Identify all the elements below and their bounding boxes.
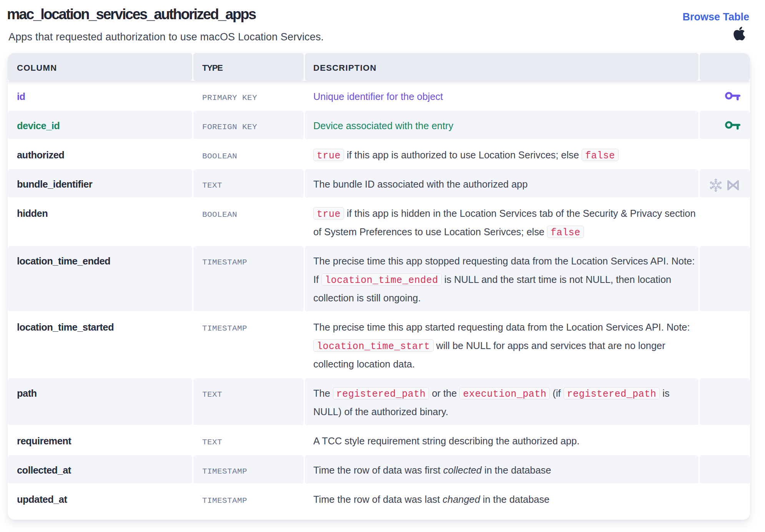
inline-code-chip: true <box>313 207 344 219</box>
cell-icons <box>700 455 750 484</box>
table-row-location_time_started: location_time_startedTIMESTAMPThe precis… <box>8 312 750 377</box>
cell-column-name: authorized <box>8 140 192 168</box>
cell-column-type: TIMESTAMP <box>193 484 304 513</box>
column-name: path <box>17 388 37 399</box>
column-name: location_time_started <box>17 322 114 332</box>
italic-text: collected <box>443 465 482 475</box>
cell-description: Unique identifier for the object <box>305 81 698 110</box>
cell-column-name: bundle_identifier <box>8 169 192 198</box>
snowflake-icon <box>710 178 722 192</box>
cell-column-name: updated_at <box>8 484 192 513</box>
inline-code-chip: registered_path <box>564 387 660 399</box>
inline-code-chip: location_time_ended <box>321 273 442 286</box>
column-name: collected_at <box>17 465 71 475</box>
inline-code-chip: registered_path <box>333 387 429 399</box>
table-row-hidden: hiddenBOOLEANtrue if this app is hidden … <box>8 198 750 245</box>
cell-column-type: TIMESTAMP <box>193 246 304 311</box>
column-type: BOOLEAN <box>202 152 237 161</box>
table-header-row: COLUMN TYPE DESCRIPTION <box>8 53 750 81</box>
column-type: TIMESTAMP <box>202 324 247 333</box>
column-name: id <box>17 91 25 102</box>
cell-icons <box>700 140 750 168</box>
column-name: requirement <box>17 436 71 446</box>
cell-description: true if this app is authorized to use Lo… <box>305 140 698 168</box>
column-type: TEXT <box>202 438 222 447</box>
inline-code-chip: true <box>313 149 344 161</box>
column-type: PRIMARY KEY <box>202 93 257 102</box>
bowtie-icon <box>727 180 739 190</box>
table-subtitle: Apps that requested authorization to use… <box>8 31 324 43</box>
column-name: updated_at <box>17 494 67 505</box>
key-icon <box>725 120 740 130</box>
table-row-path: pathTEXTThe registered_path or the execu… <box>8 378 750 425</box>
table-row-location_time_ended: location_time_endedTIMESTAMPThe precise … <box>8 246 750 311</box>
inline-code-chip: location_time_start <box>313 339 434 352</box>
cell-icons <box>700 169 750 198</box>
column-type: FOREIGN KEY <box>202 123 257 131</box>
cell-column-type: TEXT <box>193 426 304 454</box>
cell-description: true if this app is hidden in the Locati… <box>305 198 698 245</box>
cell-icons <box>700 246 750 311</box>
inline-code-chip: false <box>547 226 584 238</box>
column-name: authorized <box>17 150 64 160</box>
cell-column-type: TIMESTAMP <box>193 312 304 377</box>
table-row-device_id: device_idFOREIGN KEYDevice associated wi… <box>8 111 750 139</box>
column-name: hidden <box>17 208 48 219</box>
cell-column-name: location_time_started <box>8 312 192 377</box>
cell-description: The bundle ID associated with the author… <box>305 169 698 198</box>
cell-column-name: requirement <box>8 426 192 454</box>
table-row-id: idPRIMARY KEYUnique identifier for the o… <box>8 81 750 110</box>
column-name: location_time_ended <box>17 256 110 266</box>
browse-table-link[interactable]: Browse Table <box>682 12 749 22</box>
schema-table: COLUMN TYPE DESCRIPTION idPRIMARY KEYUni… <box>8 53 750 520</box>
cell-column-type: TEXT <box>193 169 304 198</box>
cell-description: Time the row of data was last changed in… <box>305 484 698 513</box>
cell-column-name: hidden <box>8 198 192 245</box>
table-row-updated_at: updated_atTIMESTAMPTime the row of data … <box>8 484 750 513</box>
cell-column-type: TEXT <box>193 378 304 425</box>
cell-description: A TCC style requirement string describin… <box>305 426 698 454</box>
inline-code-chip: false <box>582 149 619 161</box>
column-type: TIMESTAMP <box>202 258 247 267</box>
column-name: bundle_identifier <box>17 179 92 190</box>
cell-description: The precise time this app started reques… <box>305 312 698 377</box>
cell-description: The registered_path or the execution_pat… <box>305 378 698 425</box>
header-cell-column: COLUMN <box>8 53 192 81</box>
cell-column-type: TIMESTAMP <box>193 455 304 484</box>
cell-description: The precise time this app stopped reques… <box>305 246 698 311</box>
table-row-authorized: authorizedBOOLEANtrue if this app is aut… <box>8 140 750 168</box>
inline-code-chip: execution_path <box>459 387 550 399</box>
cell-column-type: FOREIGN KEY <box>193 111 304 139</box>
cell-column-name: collected_at <box>8 455 192 484</box>
header-cell-icons <box>700 53 750 81</box>
cell-icons <box>700 111 750 139</box>
cell-description: Device associated with the entry <box>305 111 698 139</box>
cell-icons <box>700 426 750 454</box>
key-icon <box>725 91 740 100</box>
header-cell-description: DESCRIPTION <box>305 53 698 81</box>
cell-icons <box>700 198 750 245</box>
column-type: TIMESTAMP <box>202 496 247 505</box>
table-row-collected_at: collected_atTIMESTAMPTime the row of dat… <box>8 455 750 484</box>
cell-icons <box>700 484 750 513</box>
column-type: TEXT <box>202 181 222 190</box>
cell-column-type: PRIMARY KEY <box>193 81 304 110</box>
cell-column-type: BOOLEAN <box>193 198 304 245</box>
page: mac_location_services_authorized_apps Br… <box>0 0 765 532</box>
apple-icon <box>733 26 745 41</box>
cell-column-name: location_time_ended <box>8 246 192 311</box>
table-row-requirement: requirementTEXTA TCC style requirement s… <box>8 426 750 454</box>
cell-icons <box>700 81 750 110</box>
cell-column-name: device_id <box>8 111 192 139</box>
column-type: BOOLEAN <box>202 210 237 219</box>
cell-column-name: id <box>8 81 192 110</box>
column-name: device_id <box>17 120 60 131</box>
cell-icons <box>700 378 750 425</box>
header-cell-type: TYPE <box>193 53 304 81</box>
cell-column-name: path <box>8 378 192 425</box>
column-type: TIMESTAMP <box>202 467 247 476</box>
cell-description: Time the row of data was first collected… <box>305 455 698 484</box>
table-row-bundle_identifier: bundle_identifierTEXTThe bundle ID assoc… <box>8 169 750 198</box>
cell-icons <box>700 312 750 377</box>
page-title: mac_location_services_authorized_apps <box>7 7 256 22</box>
